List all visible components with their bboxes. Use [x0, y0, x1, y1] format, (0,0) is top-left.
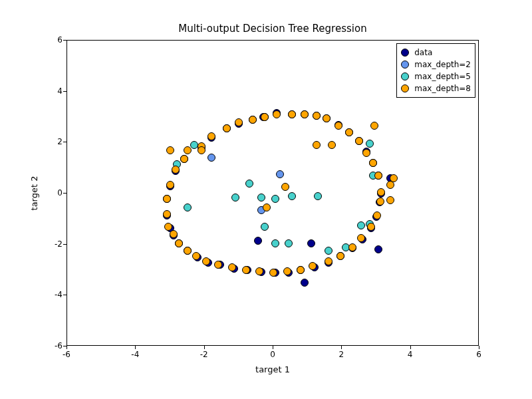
legend-entry-depth2: max_depth=2 [401, 59, 471, 70]
data-point [323, 114, 331, 122]
y-axis-label: target 2 [28, 40, 41, 346]
data-point [254, 237, 262, 245]
data-point [271, 239, 279, 247]
data-point [184, 146, 192, 154]
tick-mark [204, 346, 205, 349]
tick-mark [273, 346, 273, 349]
data-point [366, 140, 374, 148]
data-point [271, 195, 279, 203]
data-point [297, 266, 305, 274]
data-point [242, 266, 250, 274]
data-point [301, 110, 309, 118]
data-point [214, 261, 222, 269]
tick-mark [63, 40, 66, 41]
data-point [202, 257, 210, 265]
x-axis-label: target 1 [66, 364, 479, 374]
data-point [336, 252, 344, 260]
plot-area: data max_depth=2 max_depth=5 max_depth=8 [66, 40, 479, 346]
data-point [283, 267, 291, 275]
data-point [288, 192, 296, 200]
data-point [345, 128, 353, 136]
data-point [257, 194, 265, 201]
data-point [184, 247, 192, 255]
data-point [261, 223, 269, 231]
legend: data max_depth=2 max_depth=5 max_depth=8 [396, 43, 475, 98]
data-point [276, 170, 284, 178]
data-point [328, 141, 336, 149]
data-point [370, 122, 378, 130]
tick-mark [63, 244, 66, 245]
x-tick-label: 4 [408, 350, 413, 359]
data-point [374, 172, 382, 180]
data-point [231, 194, 239, 201]
legend-entry-depth8: max_depth=8 [401, 82, 471, 94]
data-point [163, 210, 171, 218]
circle-icon [401, 49, 409, 57]
data-point [281, 183, 289, 191]
data-point [207, 154, 215, 162]
legend-label: data [414, 48, 432, 57]
data-point [367, 223, 375, 231]
data-point [163, 195, 171, 203]
data-point [301, 279, 309, 287]
tick-mark [63, 346, 66, 346]
data-point [261, 113, 269, 121]
tick-mark [63, 142, 66, 142]
data-point [348, 243, 356, 251]
tick-mark [410, 346, 411, 349]
data-point [307, 239, 315, 247]
tick-mark [63, 193, 66, 194]
data-point [357, 221, 365, 229]
data-point [273, 110, 281, 118]
x-tick-label: -2 [200, 350, 208, 359]
data-point [166, 146, 174, 154]
tick-mark [63, 295, 66, 295]
data-point [235, 118, 243, 126]
figure: Multi-output Decision Tree Regression da… [0, 0, 532, 399]
data-point [362, 149, 370, 157]
data-point [313, 112, 321, 120]
tick-mark [66, 346, 67, 349]
x-tick-label: 6 [476, 350, 481, 359]
tick-mark [63, 91, 66, 92]
x-tick-label: 2 [339, 350, 344, 359]
data-point [198, 146, 205, 154]
circle-icon [401, 61, 409, 68]
chart-title: Multi-output Decision Tree Regression [66, 23, 479, 35]
data-point [180, 155, 188, 163]
tick-mark [341, 346, 342, 349]
tick-mark [479, 346, 479, 349]
data-point [245, 180, 253, 188]
data-point [172, 166, 180, 174]
data-point [325, 247, 332, 255]
data-point [228, 263, 236, 271]
data-point [373, 211, 381, 219]
data-point [184, 203, 192, 211]
data-point [334, 122, 342, 130]
data-point [390, 174, 398, 182]
data-point [374, 245, 382, 253]
legend-label: max_depth=5 [414, 72, 471, 81]
data-point [376, 198, 384, 205]
data-point [223, 124, 231, 132]
data-point [285, 239, 293, 247]
data-point [355, 137, 363, 145]
data-point [313, 141, 321, 149]
data-point [166, 181, 174, 189]
data-point [249, 116, 257, 124]
data-point [369, 159, 377, 167]
x-tick-label: -4 [131, 350, 139, 359]
data-point [175, 239, 183, 247]
data-point [325, 257, 332, 265]
data-point [263, 203, 271, 211]
data-point [164, 223, 172, 231]
legend-entry-depth5: max_depth=5 [401, 70, 471, 82]
x-tick-label: -6 [63, 350, 70, 359]
tick-mark [135, 346, 136, 349]
data-point [357, 234, 365, 242]
data-point [269, 269, 277, 277]
circle-icon [401, 84, 409, 92]
data-point [314, 192, 322, 200]
data-point [170, 230, 178, 238]
x-tick-label: 0 [270, 350, 275, 359]
